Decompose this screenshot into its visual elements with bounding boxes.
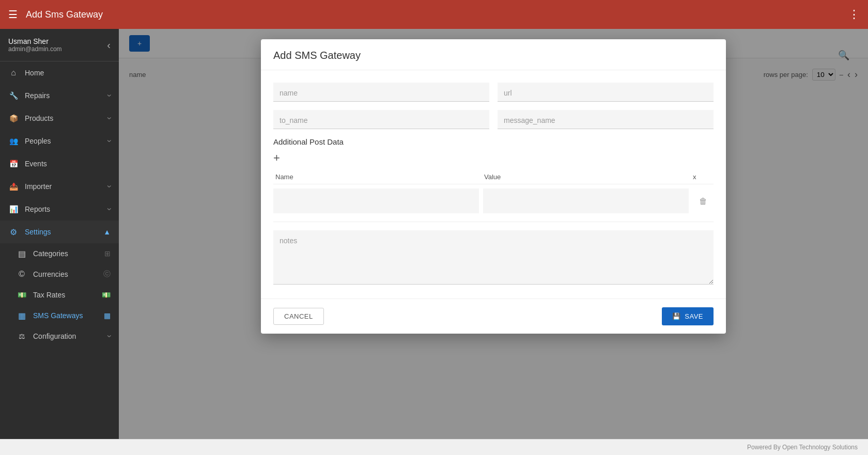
chevron-down-icon <box>108 91 111 100</box>
importer-icon <box>8 181 19 192</box>
to-name-input[interactable] <box>273 110 489 129</box>
sidebar-label-taxrates: Tax Rates <box>33 291 65 299</box>
sidebar-item-events[interactable]: Events <box>0 152 119 175</box>
sidebar-item-products[interactable]: Products <box>0 107 119 130</box>
sidebar-label-sms-gateways: SMS Gateways <box>33 311 83 320</box>
url-input[interactable] <box>498 83 714 102</box>
form-row-name-url <box>273 83 714 102</box>
post-data-col-delete-header: x <box>693 173 714 181</box>
sidebar-label-categories: Categories <box>33 249 68 258</box>
sidebar-item-home[interactable]: Home <box>0 61 119 84</box>
people-icon <box>8 136 19 146</box>
save-icon <box>672 312 681 320</box>
sidebar-subitem-taxrates[interactable]: Tax Rates 💵 <box>0 285 119 305</box>
sidebar-subitem-categories[interactable]: Categories ⊞ <box>0 243 119 264</box>
events-icon <box>8 159 19 169</box>
form-row-to-message <box>273 110 714 129</box>
sidebar-item-peoples[interactable]: Peoples <box>0 130 119 152</box>
post-data-name-input[interactable] <box>273 189 479 213</box>
home-icon <box>8 68 19 78</box>
sidebar-user-info: Usman Sher admin@admin.com <box>8 37 62 53</box>
post-data-col-name-header: Name <box>273 173 484 181</box>
sidebar-collapse-button[interactable] <box>107 39 111 51</box>
notes-textarea[interactable] <box>273 230 714 285</box>
app-footer: Powered By Open Technology Solutions <box>0 439 868 455</box>
cancel-button[interactable]: CANCEL <box>273 308 324 325</box>
modal-header: Add SMS Gateway <box>261 39 726 70</box>
repairs-icon <box>8 90 19 101</box>
add-sms-gateway-modal: Add SMS Gateway <box>261 39 726 334</box>
reports-icon <box>8 204 19 214</box>
sidebar-subitem-sms-gateways[interactable]: SMS Gateways ▦ <box>0 305 119 326</box>
delete-row-button[interactable] <box>693 196 714 207</box>
post-data-table: Name Value x <box>273 170 714 213</box>
notes-divider <box>273 222 714 222</box>
taxrates-sub-icon: 💵 <box>102 291 111 299</box>
url-field <box>498 83 714 102</box>
chevron-down-icon <box>108 182 111 191</box>
sidebar-label-repairs: Repairs <box>25 91 50 100</box>
topbar-right <box>848 8 860 21</box>
sidebar-label-peoples: Peoples <box>25 137 51 145</box>
post-data-row <box>273 189 714 213</box>
currencies-icon <box>17 269 27 279</box>
post-data-value-input[interactable] <box>483 189 689 213</box>
sidebar: Usman Sher admin@admin.com Home Repairs … <box>0 29 119 439</box>
menu-icon[interactable] <box>8 8 18 21</box>
trash-icon <box>699 196 707 207</box>
products-icon <box>8 113 19 123</box>
categories-icon <box>17 248 27 259</box>
save-button[interactable]: SAVE <box>662 307 714 325</box>
sidebar-subitem-configuration[interactable]: Configuration <box>0 326 119 347</box>
sidebar-user: Usman Sher admin@admin.com <box>0 29 119 61</box>
name-input[interactable] <box>273 83 489 102</box>
sidebar-label-home: Home <box>25 69 44 77</box>
main-layout: Usman Sher admin@admin.com Home Repairs … <box>0 29 868 439</box>
sidebar-label-currencies: Currencies <box>33 270 68 278</box>
sidebar-label-products: Products <box>25 114 53 122</box>
categories-sub-icon: ⊞ <box>104 249 111 258</box>
sidebar-subitem-currencies[interactable]: Currencies ⓒ <box>0 264 119 285</box>
chevron-up-icon: ▲ <box>103 228 111 236</box>
message-name-input[interactable] <box>498 110 714 129</box>
currencies-sub-icon: ⓒ <box>103 270 111 279</box>
sidebar-label-configuration: Configuration <box>33 332 76 340</box>
chevron-down-icon <box>108 332 111 341</box>
post-data-col-value-header: Value <box>484 173 693 181</box>
config-icon <box>17 331 27 341</box>
sidebar-label-settings: Settings <box>25 228 51 236</box>
taxrates-icon <box>17 290 27 300</box>
sms-sub-icon: ▦ <box>104 311 111 320</box>
sidebar-item-importer[interactable]: Importer <box>0 175 119 198</box>
app-title: Add Sms Gateway <box>26 9 103 20</box>
to-name-field <box>273 110 489 129</box>
save-label: SAVE <box>685 312 703 320</box>
sidebar-label-events: Events <box>25 160 47 168</box>
chevron-down-icon <box>108 136 111 146</box>
settings-icon <box>8 227 19 237</box>
sidebar-user-email: admin@admin.com <box>8 45 62 53</box>
modal-title: Add SMS Gateway <box>273 50 361 61</box>
sidebar-label-reports: Reports <box>25 205 50 213</box>
footer-text: Powered By Open Technology Solutions <box>747 444 858 451</box>
modal-body: Additional Post Data + Name Value x <box>261 70 726 299</box>
chevron-down-icon <box>108 114 111 123</box>
more-vertical-icon[interactable] <box>848 8 860 21</box>
sidebar-item-repairs[interactable]: Repairs <box>0 84 119 107</box>
chevron-down-icon <box>108 205 111 214</box>
additional-post-data-section: Additional Post Data + Name Value x <box>273 137 714 213</box>
content-area: + name rows per page: 10 25 50 – <box>119 29 868 439</box>
topbar: Add Sms Gateway <box>0 0 868 29</box>
message-name-field <box>498 110 714 129</box>
topbar-left: Add Sms Gateway <box>8 8 103 21</box>
name-field <box>273 83 489 102</box>
additional-post-data-title: Additional Post Data <box>273 137 714 146</box>
post-data-header: Name Value x <box>273 170 714 184</box>
add-post-data-row-button[interactable]: + <box>273 152 280 164</box>
modal-footer: CANCEL SAVE <box>261 299 726 334</box>
sidebar-item-reports[interactable]: Reports <box>0 198 119 221</box>
sidebar-user-name: Usman Sher <box>8 37 62 45</box>
sidebar-label-importer: Importer <box>25 182 52 191</box>
sidebar-item-settings[interactable]: Settings ▲ <box>0 221 119 243</box>
sms-icon <box>17 310 27 321</box>
